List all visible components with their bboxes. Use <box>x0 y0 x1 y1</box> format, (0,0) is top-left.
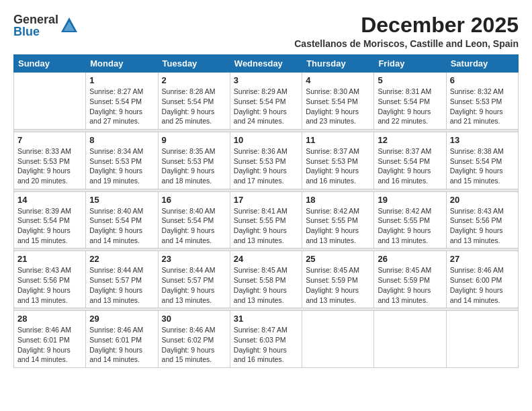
logo-general: General <box>13 13 58 26</box>
day-number: 30 <box>162 314 226 324</box>
calendar-table: SundayMondayTuesdayWednesdayThursdayFrid… <box>13 54 519 368</box>
logo: General Blue <box>13 13 79 38</box>
day-cell: 3Sunrise: 8:29 AM Sunset: 5:54 PM Daylig… <box>230 73 302 130</box>
day-cell <box>302 311 374 368</box>
day-info: Sunrise: 8:38 AM Sunset: 5:54 PM Dayligh… <box>450 146 515 186</box>
day-cell: 10Sunrise: 8:36 AM Sunset: 5:53 PM Dayli… <box>230 132 302 189</box>
week-row-4: 21Sunrise: 8:43 AM Sunset: 5:56 PM Dayli… <box>14 251 519 308</box>
day-cell: 16Sunrise: 8:40 AM Sunset: 5:54 PM Dayli… <box>158 191 230 248</box>
day-cell: 21Sunrise: 8:43 AM Sunset: 5:56 PM Dayli… <box>14 251 86 308</box>
day-cell: 29Sunrise: 8:46 AM Sunset: 6:01 PM Dayli… <box>86 311 158 368</box>
day-cell: 20Sunrise: 8:43 AM Sunset: 5:56 PM Dayli… <box>446 191 518 248</box>
column-header-friday: Friday <box>374 55 446 73</box>
day-info: Sunrise: 8:46 AM Sunset: 6:00 PM Dayligh… <box>450 265 515 305</box>
day-number: 21 <box>17 254 82 264</box>
day-cell: 4Sunrise: 8:30 AM Sunset: 5:54 PM Daylig… <box>302 73 374 130</box>
day-info: Sunrise: 8:37 AM Sunset: 5:53 PM Dayligh… <box>306 146 370 186</box>
day-number: 8 <box>89 135 154 145</box>
day-cell: 13Sunrise: 8:38 AM Sunset: 5:54 PM Dayli… <box>446 132 518 189</box>
day-number: 6 <box>450 75 515 85</box>
week-row-2: 7Sunrise: 8:33 AM Sunset: 5:53 PM Daylig… <box>14 132 519 189</box>
column-header-thursday: Thursday <box>302 55 374 73</box>
day-cell: 7Sunrise: 8:33 AM Sunset: 5:53 PM Daylig… <box>14 132 86 189</box>
day-info: Sunrise: 8:47 AM Sunset: 6:03 PM Dayligh… <box>234 325 298 365</box>
day-info: Sunrise: 8:39 AM Sunset: 5:54 PM Dayligh… <box>17 206 82 246</box>
column-header-wednesday: Wednesday <box>230 55 302 73</box>
day-info: Sunrise: 8:43 AM Sunset: 5:56 PM Dayligh… <box>17 265 82 305</box>
day-cell: 1Sunrise: 8:27 AM Sunset: 5:54 PM Daylig… <box>86 73 158 130</box>
day-number: 12 <box>378 135 442 145</box>
day-info: Sunrise: 8:33 AM Sunset: 5:53 PM Dayligh… <box>17 146 82 186</box>
day-number: 16 <box>162 195 226 205</box>
day-number: 23 <box>162 254 226 264</box>
day-info: Sunrise: 8:44 AM Sunset: 5:57 PM Dayligh… <box>89 265 154 305</box>
day-info: Sunrise: 8:41 AM Sunset: 5:55 PM Dayligh… <box>234 206 298 246</box>
day-info: Sunrise: 8:44 AM Sunset: 5:57 PM Dayligh… <box>162 265 226 305</box>
day-cell: 30Sunrise: 8:46 AM Sunset: 6:02 PM Dayli… <box>158 311 230 368</box>
day-info: Sunrise: 8:43 AM Sunset: 5:56 PM Dayligh… <box>450 206 515 246</box>
day-number: 29 <box>89 314 154 324</box>
day-cell: 27Sunrise: 8:46 AM Sunset: 6:00 PM Dayli… <box>446 251 518 308</box>
day-cell <box>14 73 86 130</box>
day-cell: 25Sunrise: 8:45 AM Sunset: 5:59 PM Dayli… <box>302 251 374 308</box>
day-cell: 17Sunrise: 8:41 AM Sunset: 5:55 PM Dayli… <box>230 191 302 248</box>
day-number: 28 <box>17 314 82 324</box>
logo-icon <box>60 16 79 35</box>
column-header-monday: Monday <box>86 55 158 73</box>
day-number: 25 <box>306 254 370 264</box>
day-number: 22 <box>89 254 154 264</box>
calendar-header: SundayMondayTuesdayWednesdayThursdayFrid… <box>14 55 519 73</box>
day-info: Sunrise: 8:30 AM Sunset: 5:54 PM Dayligh… <box>306 87 370 126</box>
location-subtitle: Castellanos de Moriscos, Castille and Le… <box>294 38 519 49</box>
day-cell: 24Sunrise: 8:45 AM Sunset: 5:58 PM Dayli… <box>230 251 302 308</box>
day-info: Sunrise: 8:32 AM Sunset: 5:53 PM Dayligh… <box>450 87 515 126</box>
day-info: Sunrise: 8:27 AM Sunset: 5:54 PM Dayligh… <box>89 87 154 126</box>
day-info: Sunrise: 8:40 AM Sunset: 5:54 PM Dayligh… <box>89 206 154 246</box>
day-cell: 11Sunrise: 8:37 AM Sunset: 5:53 PM Dayli… <box>302 132 374 189</box>
day-number: 15 <box>89 195 154 205</box>
day-cell: 18Sunrise: 8:42 AM Sunset: 5:55 PM Dayli… <box>302 191 374 248</box>
day-cell: 26Sunrise: 8:45 AM Sunset: 5:59 PM Dayli… <box>374 251 446 308</box>
day-cell: 12Sunrise: 8:37 AM Sunset: 5:54 PM Dayli… <box>374 132 446 189</box>
day-cell: 22Sunrise: 8:44 AM Sunset: 5:57 PM Dayli… <box>86 251 158 308</box>
week-row-5: 28Sunrise: 8:46 AM Sunset: 6:01 PM Dayli… <box>14 311 519 368</box>
day-number: 31 <box>234 314 298 324</box>
day-number: 13 <box>450 135 515 145</box>
day-number: 20 <box>450 195 515 205</box>
day-cell: 15Sunrise: 8:40 AM Sunset: 5:54 PM Dayli… <box>86 191 158 248</box>
day-cell: 9Sunrise: 8:35 AM Sunset: 5:53 PM Daylig… <box>158 132 230 189</box>
day-info: Sunrise: 8:46 AM Sunset: 6:01 PM Dayligh… <box>17 325 82 365</box>
day-number: 10 <box>234 135 298 145</box>
day-number: 24 <box>234 254 298 264</box>
day-cell: 19Sunrise: 8:42 AM Sunset: 5:55 PM Dayli… <box>374 191 446 248</box>
day-cell: 5Sunrise: 8:31 AM Sunset: 5:54 PM Daylig… <box>374 73 446 130</box>
day-cell: 14Sunrise: 8:39 AM Sunset: 5:54 PM Dayli… <box>14 191 86 248</box>
day-info: Sunrise: 8:28 AM Sunset: 5:54 PM Dayligh… <box>162 87 226 126</box>
day-info: Sunrise: 8:35 AM Sunset: 5:53 PM Dayligh… <box>162 146 226 186</box>
day-cell <box>374 311 446 368</box>
day-number: 3 <box>234 75 298 85</box>
day-number: 19 <box>378 195 442 205</box>
day-number: 14 <box>17 195 82 205</box>
day-cell: 28Sunrise: 8:46 AM Sunset: 6:01 PM Dayli… <box>14 311 86 368</box>
day-number: 4 <box>306 75 370 85</box>
day-info: Sunrise: 8:40 AM Sunset: 5:54 PM Dayligh… <box>162 206 226 246</box>
day-info: Sunrise: 8:34 AM Sunset: 5:53 PM Dayligh… <box>89 146 154 186</box>
title-block: December 2025 Castellanos de Moriscos, C… <box>294 13 519 49</box>
column-header-tuesday: Tuesday <box>158 55 230 73</box>
day-cell: 8Sunrise: 8:34 AM Sunset: 5:53 PM Daylig… <box>86 132 158 189</box>
week-row-1: 1Sunrise: 8:27 AM Sunset: 5:54 PM Daylig… <box>14 73 519 130</box>
day-number: 17 <box>234 195 298 205</box>
day-info: Sunrise: 8:42 AM Sunset: 5:55 PM Dayligh… <box>378 206 442 246</box>
week-row-3: 14Sunrise: 8:39 AM Sunset: 5:54 PM Dayli… <box>14 191 519 248</box>
logo-text: General Blue <box>13 13 58 38</box>
day-cell: 6Sunrise: 8:32 AM Sunset: 5:53 PM Daylig… <box>446 73 518 130</box>
day-number: 26 <box>378 254 442 264</box>
calendar-body: 1Sunrise: 8:27 AM Sunset: 5:54 PM Daylig… <box>14 73 519 368</box>
day-cell <box>446 311 518 368</box>
day-info: Sunrise: 8:42 AM Sunset: 5:55 PM Dayligh… <box>306 206 370 246</box>
day-number: 5 <box>378 75 442 85</box>
header-row: SundayMondayTuesdayWednesdayThursdayFrid… <box>14 55 519 73</box>
day-number: 9 <box>162 135 226 145</box>
month-title: December 2025 <box>294 13 519 37</box>
